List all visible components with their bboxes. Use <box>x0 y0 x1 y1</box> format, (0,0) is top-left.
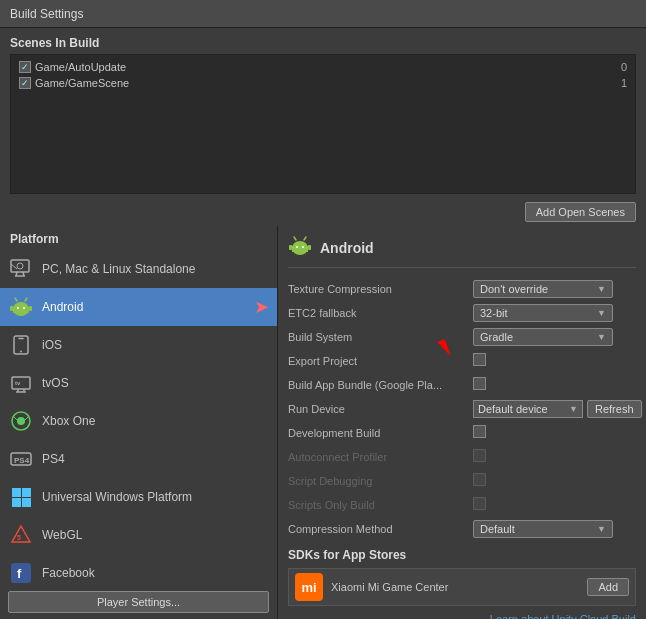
development-build-row: Development Build <box>288 422 636 444</box>
svg-point-9 <box>23 307 25 309</box>
dropdown-arrow-etc2: ▼ <box>597 308 606 318</box>
settings-grid: Texture Compression Don't override ▼ ETC… <box>288 278 636 540</box>
scenes-label: Scenes In Build <box>10 36 636 50</box>
svg-line-10 <box>15 298 17 301</box>
platform-name-tvos: tvOS <box>42 376 269 390</box>
sdk-item-xiaomi: mi Xiaomi Mi Game Center Add <box>288 568 636 606</box>
platform-name-facebook: Facebook <box>42 566 269 580</box>
platform-item-android[interactable]: Android ➤ <box>0 288 277 326</box>
script-debugging-checkbox[interactable] <box>473 473 486 486</box>
sdks-section: SDKs for App Stores mi Xiaomi Mi Game Ce… <box>288 548 636 610</box>
add-open-scenes-button[interactable]: Add Open Scenes <box>525 202 636 222</box>
svg-point-4 <box>17 263 23 269</box>
compression-method-value: Default ▼ <box>473 520 636 538</box>
left-panel: Platform PC, Mac & Linux S <box>0 226 278 619</box>
etc2-fallback-dropdown[interactable]: 32-bit ▼ <box>473 304 613 322</box>
platform-item-uwp[interactable]: Universal Windows Platform <box>0 478 277 516</box>
script-debugging-value <box>473 473 636 489</box>
compression-method-row: Compression Method Default ▼ <box>288 518 636 540</box>
script-debugging-label: Script Debugging <box>288 475 473 487</box>
development-build-value <box>473 425 636 441</box>
facebook-icon: f <box>8 560 34 585</box>
platform-item-xbox[interactable]: Xbox One <box>0 402 277 440</box>
svg-point-39 <box>302 246 304 248</box>
texture-compression-dropdown[interactable]: Don't override ▼ <box>473 280 613 298</box>
cloud-build-link[interactable]: Learn about Unity Cloud Build <box>490 611 636 619</box>
scripts-only-build-row: Scripts Only Build <box>288 494 636 516</box>
run-device-row: Run Device Default device ▼ Refresh <box>288 398 636 420</box>
build-system-dropdown[interactable]: Gradle ▼ <box>473 328 613 346</box>
run-device-dropdown[interactable]: Default device ▼ <box>473 400 583 418</box>
svg-rect-29 <box>22 488 31 497</box>
scene-item-1: ✓ Game/GameScene 1 <box>15 75 631 91</box>
xbox-icon <box>8 408 34 434</box>
svg-line-5 <box>11 264 17 269</box>
scene-checkbox-0[interactable]: ✓ <box>19 61 31 73</box>
tvos-icon: tv <box>8 370 34 396</box>
window-title: Build Settings <box>10 7 83 21</box>
platform-list: PC, Mac & Linux Standalone <box>0 250 277 585</box>
platform-item-facebook[interactable]: f Facebook <box>0 554 277 585</box>
ios-icon <box>8 332 34 358</box>
export-project-label: Export Project <box>288 355 473 367</box>
svg-rect-37 <box>292 246 308 252</box>
add-sdk-button[interactable]: Add <box>587 578 629 596</box>
svg-text:PS4: PS4 <box>14 456 30 465</box>
svg-point-8 <box>17 307 19 309</box>
svg-point-16 <box>20 351 22 353</box>
platform-item-tvos[interactable]: tv tvOS <box>0 364 277 402</box>
platform-item-webgl[interactable]: 5 WebGL <box>0 516 277 554</box>
scene-index-0: 0 <box>621 61 627 73</box>
ps4-icon: PS4 <box>8 446 34 472</box>
svg-rect-12 <box>10 306 13 311</box>
refresh-button[interactable]: Refresh <box>587 400 642 418</box>
texture-compression-value: Don't override ▼ <box>473 280 636 298</box>
svg-rect-30 <box>12 498 21 507</box>
build-app-bundle-row: Build App Bundle (Google Pla... <box>288 374 636 396</box>
platform-name-ps4: PS4 <box>42 452 269 466</box>
title-bar: Build Settings <box>0 0 646 28</box>
svg-text:f: f <box>17 566 22 581</box>
export-project-checkbox[interactable] <box>473 353 486 366</box>
cloud-build-row: Learn about Unity Cloud Build <box>288 610 636 619</box>
platform-item-ios[interactable]: iOS <box>0 326 277 364</box>
android-header-icon <box>288 234 312 261</box>
scenes-section: Scenes In Build ✓ Game/AutoUpdate 0 ✓ Ga… <box>0 28 646 198</box>
autoconnect-profiler-row: Autoconnect Profiler <box>288 446 636 468</box>
main-content: Scenes In Build ✓ Game/AutoUpdate 0 ✓ Ga… <box>0 28 646 619</box>
development-build-checkbox[interactable] <box>473 425 486 438</box>
svg-rect-42 <box>289 245 292 250</box>
svg-text:tv: tv <box>15 380 21 386</box>
svg-line-41 <box>304 237 306 240</box>
platform-name-uwp: Universal Windows Platform <box>42 490 269 504</box>
player-settings-button[interactable]: Player Settings... <box>8 591 269 613</box>
platform-name-webgl: WebGL <box>42 528 269 542</box>
dropdown-arrow-texture: ▼ <box>597 284 606 294</box>
svg-rect-28 <box>12 488 21 497</box>
scene-item-0: ✓ Game/AutoUpdate 0 <box>15 59 631 75</box>
build-app-bundle-label: Build App Bundle (Google Pla... <box>288 379 473 391</box>
android-header: Android <box>288 234 636 268</box>
switch-platform-arrow: ➤ <box>254 296 269 318</box>
scene-checkbox-1[interactable]: ✓ <box>19 77 31 89</box>
etc2-fallback-label: ETC2 fallback <box>288 307 473 319</box>
scene-name-0: Game/AutoUpdate <box>35 61 126 73</box>
bottom-area: Platform PC, Mac & Linux S <box>0 226 646 619</box>
export-project-value <box>473 353 636 369</box>
autoconnect-profiler-checkbox[interactable] <box>473 449 486 462</box>
platform-item-ps4[interactable]: PS4 PS4 <box>0 440 277 478</box>
build-app-bundle-checkbox[interactable] <box>473 377 486 390</box>
platform-name-ios: iOS <box>42 338 269 352</box>
compression-method-dropdown[interactable]: Default ▼ <box>473 520 613 538</box>
dropdown-arrow-build: ▼ <box>597 332 606 342</box>
svg-line-11 <box>25 298 27 301</box>
platform-label: Platform <box>0 226 277 250</box>
scripts-only-build-checkbox[interactable] <box>473 497 486 510</box>
svg-rect-13 <box>29 306 32 311</box>
run-device-label: Run Device <box>288 403 473 415</box>
webgl-icon: 5 <box>8 522 34 548</box>
platform-item-pc[interactable]: PC, Mac & Linux Standalone <box>0 250 277 288</box>
build-system-label: Build System <box>288 331 473 343</box>
svg-rect-31 <box>22 498 31 507</box>
mi-icon: mi <box>295 573 323 601</box>
